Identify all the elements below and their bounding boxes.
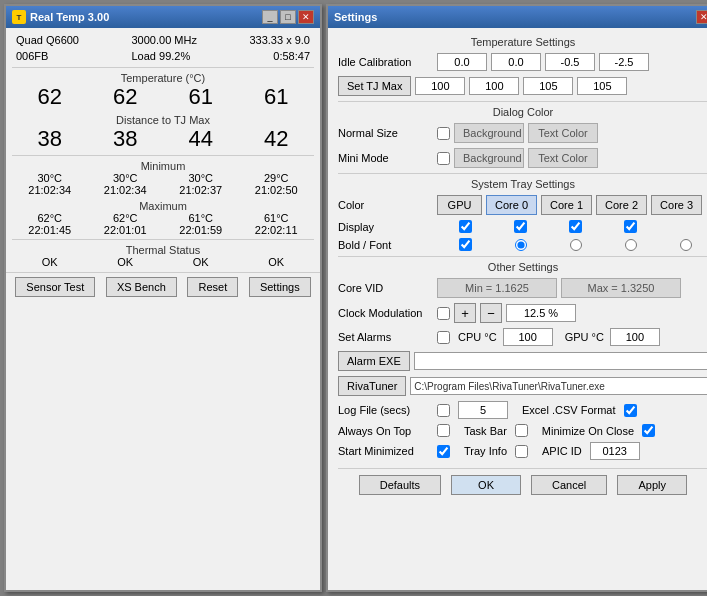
max-temp2: 61°C bbox=[165, 212, 237, 224]
gpu-c-label: GPU °C bbox=[565, 331, 604, 343]
ok-button[interactable]: OK bbox=[451, 475, 521, 495]
settings-button[interactable]: Settings bbox=[249, 277, 311, 297]
realtemp-buttons: Sensor Test XS Bench Reset Settings bbox=[6, 272, 320, 301]
rivatuner-button[interactable]: RivaTuner bbox=[338, 376, 406, 396]
clock-mod-checkbox[interactable] bbox=[437, 307, 450, 320]
realtemp-window: T Real Temp 3.00 _ □ ✕ Quad Q6600 3000.0… bbox=[4, 4, 322, 592]
gpu-button[interactable]: GPU bbox=[437, 195, 482, 215]
idle-val0[interactable] bbox=[437, 53, 487, 71]
thermal-row: OK OK OK OK bbox=[12, 256, 314, 268]
minimize-close-checkbox[interactable] bbox=[642, 424, 655, 437]
mini-mode-checkbox[interactable] bbox=[437, 152, 450, 165]
display-row: Display bbox=[338, 220, 707, 233]
rivatuner-path[interactable] bbox=[410, 377, 707, 395]
thermal-core0: OK bbox=[14, 256, 86, 268]
alarm-exe-row: Alarm EXE bbox=[338, 351, 707, 371]
font-radio0[interactable] bbox=[515, 239, 527, 251]
clock-mod-value[interactable] bbox=[506, 304, 576, 322]
bold-checkbox[interactable] bbox=[459, 238, 472, 251]
realtemp-titlebar: T Real Temp 3.00 _ □ ✕ bbox=[6, 6, 320, 28]
set-alarms-label: Set Alarms bbox=[338, 331, 433, 343]
min-temp3: 29°C bbox=[240, 172, 312, 184]
tj-sub2[interactable] bbox=[523, 77, 573, 95]
apply-button[interactable]: Apply bbox=[617, 475, 687, 495]
max-label: Maximum bbox=[12, 200, 314, 212]
min-time3: 21:02:50 bbox=[240, 184, 312, 196]
minimize-close-label: Minimize On Close bbox=[542, 425, 634, 437]
dist-label: Distance to TJ Max bbox=[12, 114, 314, 126]
set-alarms-row: Set Alarms CPU °C GPU °C bbox=[338, 328, 707, 346]
gpu-alarm-val[interactable] bbox=[610, 328, 660, 346]
log-val[interactable] bbox=[458, 401, 508, 419]
task-bar-label: Task Bar bbox=[464, 425, 507, 437]
display-check0[interactable] bbox=[459, 220, 472, 233]
close-button[interactable]: ✕ bbox=[298, 10, 314, 24]
max-times-row: 22:01:45 22:01:01 22:01:59 22:02:11 bbox=[12, 224, 314, 236]
clock-mod-plus[interactable]: + bbox=[454, 303, 476, 323]
min-temp1: 30°C bbox=[89, 172, 161, 184]
alarm-exe-button[interactable]: Alarm EXE bbox=[338, 351, 410, 371]
core1-button[interactable]: Core 1 bbox=[541, 195, 592, 215]
dialog-color-title: Dialog Color bbox=[338, 106, 707, 118]
log-file-checkbox[interactable] bbox=[437, 404, 450, 417]
always-on-top-checkbox[interactable] bbox=[437, 424, 450, 437]
reset-button[interactable]: Reset bbox=[187, 277, 238, 297]
xs-bench-button[interactable]: XS Bench bbox=[106, 277, 177, 297]
max-temp1: 62°C bbox=[89, 212, 161, 224]
apic-id-val[interactable] bbox=[590, 442, 640, 460]
idle-cal-label: Idle Calibration bbox=[338, 56, 433, 68]
core2-button[interactable]: Core 2 bbox=[596, 195, 647, 215]
font-radio2[interactable] bbox=[625, 239, 637, 251]
normal-text-color-button[interactable]: Text Color bbox=[528, 123, 598, 143]
set-tj-max-button[interactable]: Set TJ Max bbox=[338, 76, 411, 96]
min-times-row: 21:02:34 21:02:34 21:02:37 21:02:50 bbox=[12, 184, 314, 196]
restore-button[interactable]: □ bbox=[280, 10, 296, 24]
min-label: Minimum bbox=[12, 160, 314, 172]
sensor-test-button[interactable]: Sensor Test bbox=[15, 277, 95, 297]
processor-speed: 3000.00 MHz bbox=[132, 34, 197, 46]
clock-mod-minus[interactable]: − bbox=[480, 303, 502, 323]
temp-core0: 62 bbox=[15, 84, 85, 110]
cpu-c-label: CPU °C bbox=[458, 331, 497, 343]
cpu-alarm-val[interactable] bbox=[503, 328, 553, 346]
color-row: Color GPU Core 0 Core 1 Core 2 Core 3 bbox=[338, 195, 707, 215]
task-bar-checkbox[interactable] bbox=[515, 424, 528, 437]
max-time3: 22:02:11 bbox=[240, 224, 312, 236]
settings-close-button[interactable]: ✕ bbox=[696, 10, 707, 24]
font-radio3[interactable] bbox=[680, 239, 692, 251]
core3-button[interactable]: Core 3 bbox=[651, 195, 702, 215]
mini-text-color-button[interactable]: Text Color bbox=[528, 148, 598, 168]
always-on-top-label: Always On Top bbox=[338, 425, 433, 437]
cancel-button[interactable]: Cancel bbox=[531, 475, 607, 495]
tj-sub1[interactable] bbox=[469, 77, 519, 95]
thermal-core1: OK bbox=[89, 256, 161, 268]
start-minimized-label: Start Minimized bbox=[338, 445, 433, 457]
core0-button[interactable]: Core 0 bbox=[486, 195, 537, 215]
set-alarms-checkbox[interactable] bbox=[437, 331, 450, 344]
display-check2[interactable] bbox=[569, 220, 582, 233]
settings-window: Settings ✕ Temperature Settings Idle Cal… bbox=[326, 4, 707, 592]
tj-sub3[interactable] bbox=[577, 77, 627, 95]
start-minimized-checkbox[interactable] bbox=[437, 445, 450, 458]
idle-val2[interactable] bbox=[545, 53, 595, 71]
excel-checkbox[interactable] bbox=[624, 404, 637, 417]
defaults-button[interactable]: Defaults bbox=[359, 475, 441, 495]
tray-info-checkbox[interactable] bbox=[515, 445, 528, 458]
color-label: Color bbox=[338, 199, 433, 211]
minimize-button[interactable]: _ bbox=[262, 10, 278, 24]
normal-size-checkbox[interactable] bbox=[437, 127, 450, 140]
mini-mode-label: Mini Mode bbox=[338, 152, 433, 164]
idle-val3[interactable] bbox=[599, 53, 649, 71]
display-check1[interactable] bbox=[514, 220, 527, 233]
display-check3[interactable] bbox=[624, 220, 637, 233]
min-time1: 21:02:34 bbox=[89, 184, 161, 196]
settings-content: Temperature Settings Idle Calibration Se… bbox=[328, 28, 707, 501]
temp-label: Temperature (°C) bbox=[12, 72, 314, 84]
normal-bg-button[interactable]: Background bbox=[454, 123, 524, 143]
tj-sub0[interactable] bbox=[415, 77, 465, 95]
idle-val1[interactable] bbox=[491, 53, 541, 71]
font-radio1[interactable] bbox=[570, 239, 582, 251]
alarm-exe-path[interactable] bbox=[414, 352, 707, 370]
mini-bg-button[interactable]: Background bbox=[454, 148, 524, 168]
processor-load: Load 99.2% bbox=[132, 50, 191, 62]
